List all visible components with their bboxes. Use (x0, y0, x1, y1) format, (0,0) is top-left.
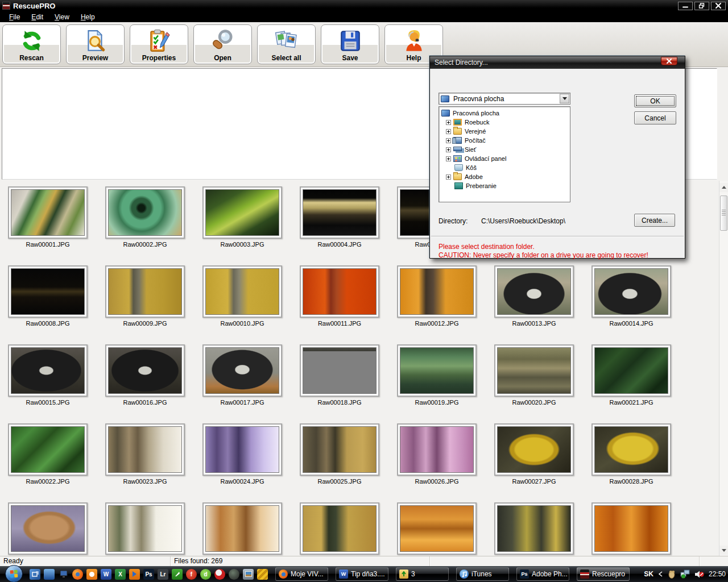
show-desktop-icon[interactable] (44, 569, 55, 580)
thumbnail-image[interactable] (494, 265, 574, 318)
directory-combobox[interactable]: Pracovná plocha (439, 93, 570, 105)
tray-expand-chevron-icon[interactable] (658, 571, 663, 577)
expand-plus-icon[interactable] (446, 138, 451, 143)
thumbnail-image[interactable] (202, 186, 282, 239)
expand-plus-icon[interactable] (446, 129, 451, 134)
thumbnail-image[interactable] (8, 423, 88, 476)
flash-icon[interactable]: f (186, 569, 197, 580)
thumbnail-image[interactable] (592, 502, 671, 555)
close-button[interactable] (711, 2, 726, 10)
thumbnail-image[interactable] (397, 344, 477, 397)
thumbnail-image[interactable] (202, 265, 282, 318)
excel-icon[interactable]: X (115, 569, 126, 580)
photoshop-icon[interactable]: Ps (143, 569, 154, 580)
tree-item-verejn-[interactable]: Verejné (439, 127, 570, 136)
network-tray-icon[interactable] (680, 569, 690, 579)
thumbnail-image[interactable] (105, 265, 185, 318)
thumbnail-image[interactable] (202, 423, 282, 476)
thumbnail-image[interactable] (300, 186, 379, 239)
firefox-icon[interactable] (72, 569, 83, 580)
lightroom-icon[interactable]: Lr (158, 569, 168, 580)
thumbnail-image[interactable] (105, 186, 185, 239)
scroll-up-button[interactable] (719, 183, 728, 192)
menu-help[interactable]: Help (75, 12, 101, 22)
clock[interactable]: 22:50 (709, 570, 726, 578)
window-switcher-icon[interactable] (30, 569, 40, 580)
taskbar-button-itunes[interactable]: iTunes (456, 567, 509, 581)
vertical-scrollbar[interactable] (719, 181, 728, 556)
photo-viewer-icon[interactable] (243, 569, 254, 580)
taskbar-button-rescuepro[interactable]: Rescuepro (577, 567, 630, 581)
tree-item-k-[interactable]: Kôš (439, 163, 570, 172)
ticket-icon[interactable] (257, 569, 268, 580)
mouse-tray-icon[interactable] (667, 569, 676, 579)
tree-item-ovl-dac-panel[interactable]: Ovládací panel (439, 154, 570, 163)
taskbar-button-3[interactable]: 3 (396, 567, 449, 581)
thumbnail-image[interactable] (494, 423, 574, 476)
tree-item-adobe[interactable]: Adobe (439, 172, 570, 181)
display-icon[interactable] (58, 569, 69, 580)
combobox-dropdown-button[interactable] (560, 94, 569, 103)
create-button[interactable]: Create... (634, 214, 675, 227)
thumbnail-image[interactable] (300, 423, 379, 476)
menu-view[interactable]: View (49, 12, 75, 22)
menu-file[interactable]: File (3, 12, 26, 22)
calendar-icon[interactable] (86, 569, 97, 580)
restore-button[interactable] (694, 2, 709, 10)
dialog-close-button[interactable] (661, 57, 677, 65)
thumbnail-image[interactable] (397, 502, 477, 555)
thumbnail-image[interactable] (300, 344, 379, 397)
thumbnail-image[interactable] (397, 265, 477, 318)
menu-edit[interactable]: Edit (26, 12, 49, 22)
ok-button[interactable]: OK (634, 94, 676, 107)
taskbar-button-tip-d-a3-[interactable]: WTip dňa3.... (336, 567, 388, 581)
tree-item-pracovn-plocha[interactable]: Pracovná plocha (439, 109, 570, 118)
volume-muted-icon[interactable] (694, 570, 704, 579)
thumbnail-image[interactable] (8, 186, 88, 239)
start-button[interactable] (5, 565, 23, 582)
taskbar-button-adobe-ph-[interactable]: PsAdobe Ph... (516, 567, 569, 581)
dreamweaver-icon[interactable]: d (200, 569, 211, 580)
tree-item-roebuck[interactable]: Roebuck (439, 118, 570, 127)
thumbnail-image[interactable] (592, 265, 671, 318)
thumbnail-image[interactable] (300, 502, 379, 555)
toolbar-rescan-button[interactable]: Rescan (2, 24, 61, 64)
thumbnail-image[interactable] (494, 502, 574, 555)
red-app-icon[interactable] (214, 569, 225, 580)
thumbnail-image[interactable] (592, 423, 671, 476)
thumbnail-image[interactable] (8, 344, 88, 397)
media-player-icon[interactable] (129, 569, 140, 580)
thumbnail-image[interactable] (8, 265, 88, 318)
toolbar-select-all-button[interactable]: Select all (257, 24, 316, 64)
taskbar-button-moje-viv-[interactable]: Moje VIV... (275, 567, 328, 581)
thumbnail-image[interactable] (202, 344, 282, 397)
expand-plus-icon[interactable] (446, 174, 451, 180)
tree-item-po-ta-[interactable]: Počítač (439, 136, 570, 145)
thumbnail-image[interactable] (397, 423, 477, 476)
tree-item-preberanie[interactable]: Preberanie (439, 181, 570, 190)
toolbar-open-button[interactable]: Open (193, 24, 252, 64)
expand-plus-icon[interactable] (446, 147, 451, 152)
tree-item-sie-[interactable]: Sieť (439, 145, 570, 154)
cancel-button[interactable]: Cancel (634, 111, 676, 124)
thumbnail-image[interactable] (300, 265, 379, 318)
toolbar-save-button[interactable]: Save (321, 24, 379, 64)
thumbnail-image[interactable] (592, 344, 671, 397)
minimize-button[interactable] (678, 2, 693, 10)
word-icon[interactable]: W (101, 569, 111, 580)
language-indicator[interactable]: SK (644, 570, 653, 578)
expand-plus-icon[interactable] (446, 156, 451, 161)
thumbnail-image[interactable] (494, 344, 574, 397)
thumbnail-image[interactable] (105, 423, 185, 476)
scroll-down-button[interactable] (719, 546, 728, 555)
thumbnail-image[interactable] (105, 344, 185, 397)
expand-plus-icon[interactable] (446, 120, 451, 125)
globe-icon[interactable] (229, 569, 239, 580)
toolbar-preview-button[interactable]: Preview (66, 24, 125, 64)
draw-icon[interactable] (172, 569, 183, 580)
thumbnail-image[interactable] (105, 502, 185, 555)
thumbnail-image[interactable] (8, 502, 88, 555)
toolbar-properties-button[interactable]: Properties (130, 24, 188, 64)
scrollbar-thumb[interactable] (720, 196, 727, 231)
thumbnail-image[interactable] (202, 502, 282, 555)
